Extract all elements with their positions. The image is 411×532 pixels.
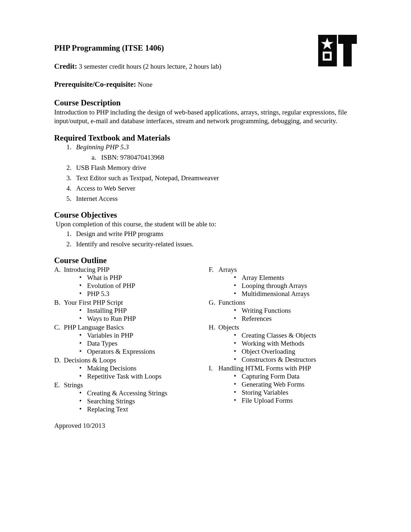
objectives-section: Course Objectives Upon completion of thi… [54,211,357,248]
outline-letter: E. [54,381,60,389]
outline-bullets: What is PHPEvolution of PHPPHP 5.3 [54,274,202,298]
credit-line: Credit: 3 semester credit hours (2 hours… [54,62,357,71]
prerequisite-line: Prerequisite/Co-requisite: None [54,80,357,89]
approval-footer: Approved 10/2013 [54,422,357,430]
materials-item: 2.USB Flash Memory drive [66,164,357,172]
outline-topic-title: D.Decisions & Loops [54,356,202,364]
item-text: Design and write PHP programs [76,230,163,238]
item-text: Identify and resolve security-related is… [76,240,193,248]
outline-bullet: Searching Strings [79,397,202,405]
item-text: Text Editor such as Textpad, Notepad, Dr… [76,174,219,182]
outline-letter: G. [209,299,215,307]
outline-bullet: Repetitive Task with Loops [79,372,202,380]
outline-title-text: PHP Language Basics [64,323,124,331]
outline-left-column: A.Introducing PHPWhat is PHPEvolution of… [54,266,202,414]
outline-topic: G.FunctionsWriting FunctionsReferences [209,299,357,323]
outline-topic: C.PHP Language BasicsVariables in PHPDat… [54,323,202,356]
outline-topic: H.ObjectsCreating Classes & ObjectsWorki… [209,323,357,364]
outline-bullets: Creating Classes & ObjectsWorking with M… [209,331,357,364]
outline-bullet: Array Elements [234,274,357,282]
outline-bullet: Creating Classes & Objects [234,331,357,340]
outline-topic: A.Introducing PHPWhat is PHPEvolution of… [54,266,202,298]
outline-topic-title: E.Strings [54,381,202,389]
materials-heading: Required Textbook and Materials [54,133,357,143]
materials-item: 1.Beginning PHP 5.3a.ISBN: 9780470413968 [66,143,357,162]
outline-bullet: Generating Web Forms [234,380,357,389]
item-text: Internet Access [76,195,118,202]
outline-bullet: Writing Functions [234,307,357,315]
outline-bullets: Array ElementsLooping through ArraysMult… [209,274,357,298]
outline-title-text: Handling HTML Forms with PHP [219,364,311,372]
outline-topic: D.Decisions & LoopsMaking DecisionsRepet… [54,356,202,380]
outline-bullet: File Upload Forms [234,397,357,405]
item-number: 1. [66,143,72,151]
materials-subitem: a.ISBN: 9780470413968 [92,153,357,162]
outline-bullet: Ways to Run PHP [79,315,202,323]
outline-bullet: Object Overloading [234,348,357,356]
outline-topic-title: C.PHP Language Basics [54,323,202,331]
outline-bullet: Working with Methods [234,340,357,348]
outline-letter: H. [209,323,215,331]
outline-title-text: Arrays [219,266,237,273]
item-number: 4. [66,184,72,192]
item-number: 1. [66,230,72,238]
outline-letter: C. [54,323,60,331]
outline-topic: B.Your First PHP ScriptInstalling PHPWay… [54,299,202,323]
outline-letter: A. [54,266,61,274]
objectives-list: 1.Design and write PHP programs2.Identif… [54,230,357,248]
outline-title-text: Decisions & Loops [64,356,116,364]
item-number: 2. [66,164,72,172]
subitem-letter: a. [92,153,96,162]
outline-bullet: Looping through Arrays [234,282,357,290]
outline-title-text: Functions [219,299,245,306]
outline-topic-title: A.Introducing PHP [54,266,202,274]
item-number: 3. [66,174,72,182]
outline-letter: B. [54,299,60,307]
outline-bullets: Writing FunctionsReferences [209,307,357,323]
outline-title-text: Introducing PHP [64,266,110,273]
item-text: Beginning PHP 5.3 [76,143,129,151]
materials-sublist: a.ISBN: 9780470413968 [76,153,357,162]
outline-bullet: Installing PHP [79,307,202,315]
outline-bullet: What is PHP [79,274,202,282]
prereq-label: Prerequisite/Co-requisite: [54,80,136,88]
outline-title-text: Objects [219,323,239,331]
outline-topic-title: B.Your First PHP Script [54,299,202,307]
outline-bullets: Capturing Form DataGenerating Web FormsS… [209,372,357,405]
credit-value: 3 semester credit hours (2 hours lecture… [79,63,221,70]
objectives-item: 1.Design and write PHP programs [66,230,357,238]
course-description-heading: Course Description [54,98,357,107]
item-number: 2. [66,240,72,248]
outline-bullet: References [234,315,357,323]
outline-bullet: Replacing Text [79,405,202,413]
outline-topic: E.StringsCreating & Accessing StringsSea… [54,381,202,413]
outline-bullet: Creating & Accessing Strings [79,389,202,397]
outline-bullet: Evolution of PHP [79,282,202,290]
outline-letter: D. [54,356,61,364]
prereq-value: None [138,81,153,88]
objectives-item: 2.Identify and resolve security-related … [66,240,357,248]
outline-letter: I. [209,364,213,372]
item-text: Access to Web Server [76,184,135,192]
svg-rect-7 [325,54,330,59]
outline-bullets: Making DecisionsRepetitive Task with Loo… [54,364,202,380]
materials-item: 4.Access to Web Server [66,184,357,192]
outline-bullets: Creating & Accessing StringsSearching St… [54,389,202,413]
outline-bullet: Constructors & Destructors [234,356,357,364]
outline-topic-title: H.Objects [209,323,357,331]
outline-title-text: Your First PHP Script [64,299,123,306]
materials-list: 1.Beginning PHP 5.3a.ISBN: 9780470413968… [54,143,357,203]
outline-heading: Course Outline [54,256,357,265]
materials-item: 5.Internet Access [66,195,357,203]
outline-topic: I.Handling HTML Forms with PHPCapturing … [209,364,357,405]
outline-title-text: Strings [64,381,83,389]
outline-bullet: PHP 5.3 [79,290,202,298]
outline-section: Course Outline A.Introducing PHPWhat is … [54,256,357,414]
objectives-heading: Course Objectives [54,211,357,220]
materials-section: Required Textbook and Materials 1.Beginn… [54,133,357,203]
outline-bullet: Operators & Expressions [79,348,202,356]
objectives-intro: Upon completion of this course, the stud… [56,220,357,228]
outline-bullet: Capturing Form Data [234,372,357,380]
outline-letter: F. [209,266,214,274]
subitem-text: ISBN: 9780470413968 [101,153,164,161]
